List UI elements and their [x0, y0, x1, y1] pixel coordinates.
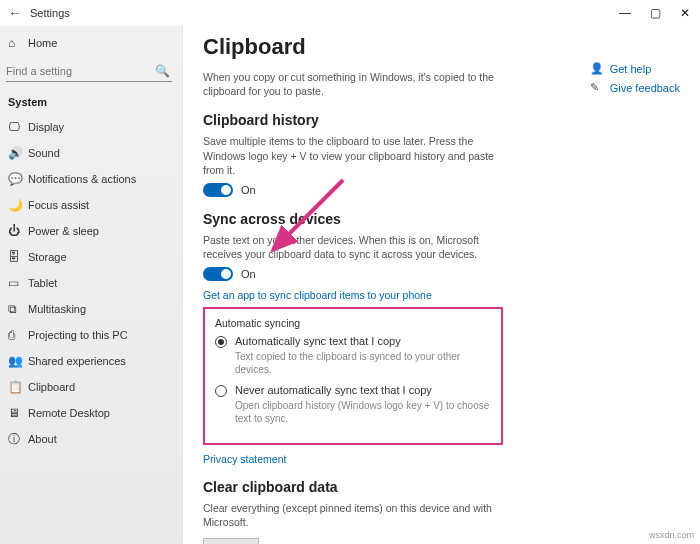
clear-desc: Clear everything (except pinned items) o…	[203, 501, 503, 529]
sidebar-item-sound[interactable]: 🔊Sound	[0, 140, 182, 166]
sidebar-item-clipboard[interactable]: 📋Clipboard	[0, 374, 182, 400]
search-icon: 🔍	[155, 64, 172, 78]
sidebar-item-label: Clipboard	[28, 381, 75, 393]
clear-heading: Clear clipboard data	[203, 479, 680, 495]
sync-toggle-label: On	[241, 268, 256, 280]
sidebar-item-label: Sound	[28, 147, 60, 159]
sound-icon: 🔊	[8, 146, 28, 160]
sidebar-item-label: Display	[28, 121, 64, 133]
sidebar-item-projecting[interactable]: ⎙Projecting to this PC	[0, 322, 182, 348]
sidebar-item-label: Projecting to this PC	[28, 329, 128, 341]
close-button[interactable]: ✕	[670, 0, 700, 26]
about-icon: ⓘ	[8, 431, 28, 448]
watermark: wsxdn.com	[649, 530, 694, 540]
sync-app-link[interactable]: Get an app to sync clipboard items to yo…	[203, 289, 432, 301]
home-icon: ⌂	[8, 36, 28, 50]
get-help-link[interactable]: 👤Get help	[590, 62, 680, 75]
multitasking-icon: ⧉	[8, 302, 28, 316]
feedback-icon: ✎	[590, 81, 604, 94]
radio-auto-sync[interactable]: Automatically sync text that I copy	[215, 335, 491, 348]
back-icon[interactable]: ←	[8, 5, 30, 21]
help-icon: 👤	[590, 62, 604, 75]
search-field[interactable]	[6, 65, 155, 77]
history-toggle-label: On	[241, 184, 256, 196]
shared-icon: 👥	[8, 354, 28, 368]
maximize-button[interactable]: ▢	[640, 0, 670, 26]
sidebar-item-label: Focus assist	[28, 199, 89, 211]
sidebar-item-remote[interactable]: 🖥Remote Desktop	[0, 400, 182, 426]
sidebar-item-label: Multitasking	[28, 303, 86, 315]
radio-icon	[215, 336, 227, 348]
minimize-button[interactable]: —	[610, 0, 640, 26]
sidebar-item-label: Tablet	[28, 277, 57, 289]
radio-never-desc: Open clipboard history (Windows logo key…	[235, 399, 491, 425]
intro-text: When you copy or cut something in Window…	[203, 70, 503, 98]
content-area: 👤Get help ✎Give feedback Clipboard When …	[183, 26, 700, 544]
give-feedback-link[interactable]: ✎Give feedback	[590, 81, 680, 94]
sidebar-item-label: Storage	[28, 251, 67, 263]
auto-sync-subhead: Automatic syncing	[215, 317, 491, 329]
search-input[interactable]: 🔍	[6, 60, 172, 82]
sidebar-item-label: Power & sleep	[28, 225, 99, 237]
automatic-syncing-box: Automatic syncing Automatically sync tex…	[203, 307, 503, 445]
sidebar: ⌂ Home 🔍 System 🖵Display 🔊Sound 💬Notific…	[0, 26, 183, 544]
remote-icon: 🖥	[8, 406, 28, 420]
notifications-icon: 💬	[8, 172, 28, 186]
sync-desc: Paste text on your other devices. When t…	[203, 233, 503, 261]
sidebar-item-storage[interactable]: 🗄Storage	[0, 244, 182, 270]
right-links: 👤Get help ✎Give feedback	[590, 62, 680, 100]
sync-toggle[interactable]	[203, 267, 233, 281]
focus-icon: 🌙	[8, 198, 28, 212]
clear-button[interactable]: Clear	[203, 538, 259, 544]
sidebar-item-multitasking[interactable]: ⧉Multitasking	[0, 296, 182, 322]
sidebar-item-label: Remote Desktop	[28, 407, 110, 419]
privacy-link[interactable]: Privacy statement	[203, 453, 286, 465]
history-heading: Clipboard history	[203, 112, 680, 128]
radio-auto-desc: Text copied to the clipboard is synced t…	[235, 350, 491, 376]
history-desc: Save multiple items to the clipboard to …	[203, 134, 503, 177]
sidebar-item-display[interactable]: 🖵Display	[0, 114, 182, 140]
radio-label: Never automatically sync text that I cop…	[235, 384, 432, 396]
storage-icon: 🗄	[8, 250, 28, 264]
projecting-icon: ⎙	[8, 328, 28, 342]
page-title: Clipboard	[203, 34, 680, 60]
window-controls: — ▢ ✕	[610, 0, 700, 26]
sidebar-item-label: Notifications & actions	[28, 173, 136, 185]
sidebar-item-label: Shared experiences	[28, 355, 126, 367]
sync-heading: Sync across devices	[203, 211, 680, 227]
clipboard-icon: 📋	[8, 380, 28, 394]
sidebar-group-label: System	[0, 90, 182, 114]
sidebar-item-label: About	[28, 433, 57, 445]
sidebar-item-notifications[interactable]: 💬Notifications & actions	[0, 166, 182, 192]
window-title: Settings	[30, 7, 70, 19]
radio-icon	[215, 385, 227, 397]
sidebar-item-focus-assist[interactable]: 🌙Focus assist	[0, 192, 182, 218]
display-icon: 🖵	[8, 120, 28, 134]
sidebar-item-label: Home	[28, 37, 57, 49]
sidebar-item-power[interactable]: ⏻Power & sleep	[0, 218, 182, 244]
tablet-icon: ▭	[8, 276, 28, 290]
sidebar-item-home[interactable]: ⌂ Home	[0, 30, 182, 56]
radio-label: Automatically sync text that I copy	[235, 335, 401, 347]
power-icon: ⏻	[8, 224, 28, 238]
history-toggle[interactable]	[203, 183, 233, 197]
sidebar-item-shared[interactable]: 👥Shared experiences	[0, 348, 182, 374]
sidebar-item-about[interactable]: ⓘAbout	[0, 426, 182, 452]
sidebar-item-tablet[interactable]: ▭Tablet	[0, 270, 182, 296]
radio-never-sync[interactable]: Never automatically sync text that I cop…	[215, 384, 491, 397]
